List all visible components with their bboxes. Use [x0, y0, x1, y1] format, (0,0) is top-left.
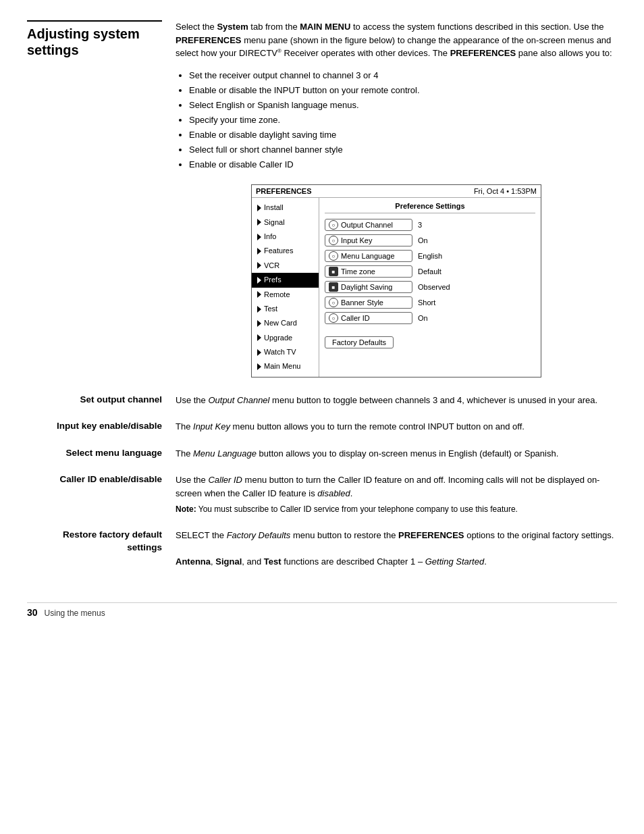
output-channel-value: 3	[418, 221, 422, 229]
caller-id-btn[interactable]: ○ Caller ID	[325, 312, 412, 324]
set-output-channel-heading: Set output channel	[80, 394, 163, 405]
daylight-saving-label: Daylight Saving	[341, 283, 392, 291]
tv-header: PREFERENCES Fri, Oct 4 • 1:53PM	[252, 185, 541, 198]
banner-style-label: Banner Style	[341, 298, 383, 307]
bullet-item: Select full or short channel banner styl…	[189, 142, 617, 157]
factory-defaults-btn[interactable]: Factory Defaults	[325, 336, 394, 348]
section-left-inputkey: Input key enable/disable	[27, 420, 176, 433]
section-right-output: Use the Output Channel menu button to to…	[176, 394, 617, 407]
section-right-inputkey: The Input Key menu button allows you to …	[176, 420, 617, 434]
sidebar-item-remote[interactable]: Remote	[252, 288, 319, 302]
banner-style-value: Short	[418, 298, 435, 307]
bullet-item: Enable or disable Caller ID	[189, 157, 617, 172]
timezone-value: Default	[418, 267, 441, 276]
sidebar-item-upgrade[interactable]: Upgrade	[252, 331, 319, 345]
setting-row-menu-language: ○ Menu Language English	[325, 250, 535, 262]
caller-id-value: On	[418, 314, 428, 322]
section-factory-defaults: Restore factory default settings SELECT …	[27, 529, 617, 569]
tv-main-title: Preference Settings	[325, 202, 535, 213]
square-icon: ■	[329, 267, 338, 276]
tv-screen-container: PREFERENCES Fri, Oct 4 • 1:53PM Install …	[176, 184, 617, 377]
setting-row-output-channel: ○ Output Channel 3	[325, 219, 535, 231]
circle-icon: ○	[329, 236, 338, 245]
factory-text1: SELECT the Factory Defaults menu button …	[176, 529, 617, 542]
timezone-label: Time zone	[341, 267, 375, 276]
tv-header-title: PREFERENCES	[256, 187, 312, 195]
footer-page-number: 30	[27, 607, 38, 618]
menu-language-heading: Select menu language	[65, 448, 162, 458]
caller-id-note: Note: You must subscribe to Caller ID se…	[176, 504, 617, 515]
input-key-heading: Input key enable/disable	[57, 421, 162, 431]
circle-icon: ○	[329, 220, 338, 230]
input-key-value: On	[418, 236, 428, 244]
tv-main: Preference Settings ○ Output Channel 3	[319, 198, 541, 377]
circle-icon: ○	[329, 298, 338, 307]
main-content: Adjusting system settings Select the Sys…	[27, 20, 617, 394]
tv-screen: PREFERENCES Fri, Oct 4 • 1:53PM Install …	[251, 184, 541, 377]
output-channel-label: Output Channel	[341, 221, 393, 229]
factory-defaults-container: Factory Defaults	[325, 331, 535, 348]
circle-icon: ○	[329, 313, 338, 323]
section-left-callerid: Caller ID enable/disable	[27, 473, 176, 486]
page-footer: 30 Using the menus	[27, 602, 617, 618]
menu-language-label: Menu Language	[341, 252, 395, 260]
square-filled-icon: ■	[329, 282, 338, 292]
section-title: Adjusting system settings	[27, 20, 162, 58]
banner-style-btn[interactable]: ○ Banner Style	[325, 296, 412, 309]
tv-header-date: Fri, Oct 4 • 1:53PM	[474, 187, 537, 195]
sidebar-item-install[interactable]: Install	[252, 201, 319, 215]
factory-defaults-heading: Restore factory default settings	[63, 529, 162, 552]
sidebar-item-test[interactable]: Test	[252, 302, 319, 316]
menu-language-btn[interactable]: ○ Menu Language	[325, 250, 412, 262]
section-caller-id: Caller ID enable/disable Use the Caller …	[27, 473, 617, 515]
output-channel-btn[interactable]: ○ Output Channel	[325, 219, 412, 231]
sidebar-item-newcard[interactable]: New Card	[252, 316, 319, 330]
section-right-callerid: Use the Caller ID menu button to turn th…	[176, 473, 617, 515]
page-layout: Adjusting system settings Select the Sys…	[27, 20, 617, 618]
tv-sidebar: Install Signal Info Features VCR Prefs R…	[252, 198, 319, 377]
setting-row-caller-id: ○ Caller ID On	[325, 312, 535, 324]
bullet-item: Enable or disable the INPUT button on yo…	[189, 83, 617, 98]
tv-body: Install Signal Info Features VCR Prefs R…	[252, 198, 541, 377]
menu-language-value: English	[418, 252, 442, 260]
bullet-list: Set the receiver output channel to chann…	[176, 68, 617, 173]
section-left-output: Set output channel	[27, 394, 176, 407]
section-left-menulang: Select menu language	[27, 447, 176, 460]
sidebar-item-info[interactable]: Info	[252, 230, 319, 244]
circle-icon: ○	[329, 251, 338, 261]
input-key-btn[interactable]: ○ Input Key	[325, 234, 412, 246]
section-right-menulang: The Menu Language button allows you to d…	[176, 447, 617, 461]
timezone-btn[interactable]: ■ Time zone	[325, 265, 412, 278]
setting-row-banner-style: ○ Banner Style Short	[325, 296, 535, 309]
sidebar-item-vcr[interactable]: VCR	[252, 259, 319, 273]
left-column: Adjusting system settings	[27, 20, 176, 394]
section-input-key: Input key enable/disable The Input Key m…	[27, 420, 617, 434]
bullet-item: Specify your time zone.	[189, 113, 617, 128]
sidebar-item-signal[interactable]: Signal	[252, 215, 319, 230]
input-key-label: Input Key	[341, 236, 372, 244]
factory-text2: Antenna, Signal, and Test functions are …	[176, 555, 617, 569]
caller-id-heading: Caller ID enable/disable	[59, 474, 162, 484]
setting-row-timezone: ■ Time zone Default	[325, 265, 535, 278]
sidebar-item-prefs[interactable]: Prefs	[252, 273, 319, 287]
caller-id-label: Caller ID	[341, 314, 370, 322]
intro-text: Select the System tab from the MAIN MENU…	[176, 20, 617, 60]
daylight-saving-value: Observed	[418, 283, 450, 291]
right-column: Select the System tab from the MAIN MENU…	[176, 20, 617, 394]
setting-row-input-key: ○ Input Key On	[325, 234, 535, 246]
section-left-factory: Restore factory default settings	[27, 529, 176, 554]
sidebar-item-mainmenu[interactable]: Main Menu	[252, 359, 319, 373]
section-right-factory: SELECT the Factory Defaults menu button …	[176, 529, 617, 569]
sidebar-item-features[interactable]: Features	[252, 244, 319, 258]
bullet-item: Enable or disable daylight saving time	[189, 128, 617, 142]
bullet-item: Set the receiver output channel to chann…	[189, 68, 617, 83]
section-menu-language: Select menu language The Menu Language b…	[27, 447, 617, 461]
daylight-saving-btn[interactable]: ■ Daylight Saving	[325, 281, 412, 293]
footer-label: Using the menus	[45, 608, 105, 618]
setting-row-daylight-saving: ■ Daylight Saving Observed	[325, 281, 535, 293]
sidebar-item-watchtv[interactable]: Watch TV	[252, 345, 319, 359]
section-set-output-channel: Set output channel Use the Output Channe…	[27, 394, 617, 407]
bullet-item: Select English or Spanish language menus…	[189, 98, 617, 113]
